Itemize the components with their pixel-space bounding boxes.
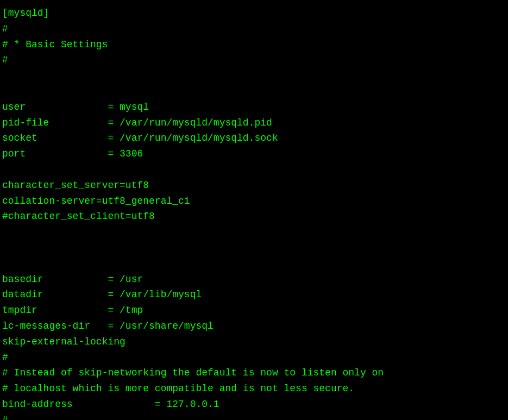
config-content: [mysqld] # # * Basic Settings # user = m… (2, 5, 506, 420)
